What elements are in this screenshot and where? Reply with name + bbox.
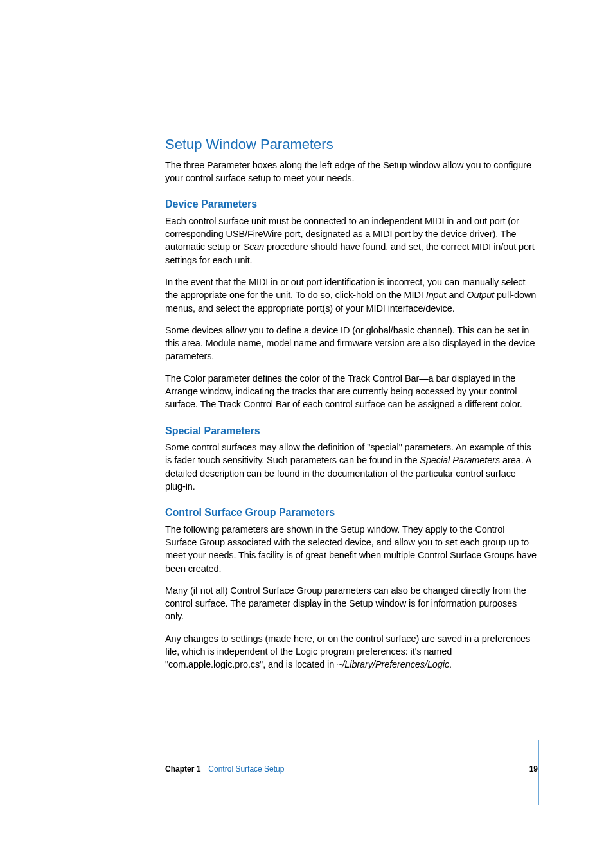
italic-scan: Scan (243, 242, 264, 252)
device-paragraph-1: Each control surface unit must be connec… (165, 215, 538, 267)
heading-control-surface-group-parameters: Control Surface Group Parameters (165, 506, 538, 520)
page-content: Setup Window Parameters The three Parame… (165, 135, 538, 680)
italic-output: Output (466, 290, 494, 300)
heading-special-parameters: Special Parameters (165, 424, 538, 438)
chapter-label: Chapter 1 (165, 764, 200, 775)
heading-device-parameters: Device Parameters (165, 197, 538, 211)
device-paragraph-4: The Color parameter defines the color of… (165, 372, 538, 411)
text-run: . (449, 659, 452, 669)
chapter-name: Control Surface Setup (208, 764, 284, 775)
intro-paragraph: The three Parameter boxes along the left… (165, 159, 538, 185)
csg-paragraph-2: Many (if not all) Control Surface Group … (165, 584, 538, 623)
page-footer: Chapter 1 Control Surface Setup 19 (165, 764, 538, 775)
page-number: 19 (529, 764, 538, 775)
vertical-divider (538, 740, 539, 805)
italic-path: ~/Library/Preferences/Logic (337, 659, 449, 669)
footer-left: Chapter 1 Control Surface Setup (165, 764, 284, 775)
device-paragraph-3: Some devices allow you to define a devic… (165, 324, 538, 363)
device-paragraph-2: In the event that the MIDI in or out por… (165, 276, 538, 315)
italic-input: Inpu (426, 290, 444, 300)
csg-paragraph-1: The following parameters are shown in th… (165, 523, 538, 575)
csg-paragraph-3: Any changes to settings (made here, or o… (165, 632, 538, 671)
heading-setup-window-parameters: Setup Window Parameters (165, 135, 538, 155)
italic-special-parameters: Special Parameters (420, 455, 500, 465)
special-paragraph-1: Some control surfaces may allow the defi… (165, 441, 538, 493)
text-run: t and (444, 290, 467, 300)
